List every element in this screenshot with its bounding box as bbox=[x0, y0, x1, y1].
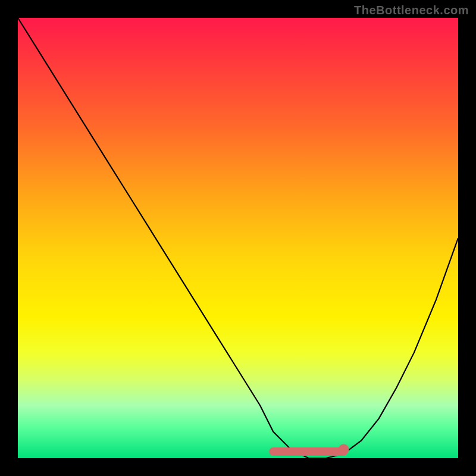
curve-svg bbox=[18, 18, 458, 458]
chart-container: TheBottleneck.com bbox=[0, 0, 476, 476]
plot-area bbox=[18, 18, 458, 458]
optimal-end-dot bbox=[339, 444, 349, 455]
watermark-text: TheBottleneck.com bbox=[354, 4, 469, 17]
bottleneck-curve bbox=[18, 18, 458, 458]
